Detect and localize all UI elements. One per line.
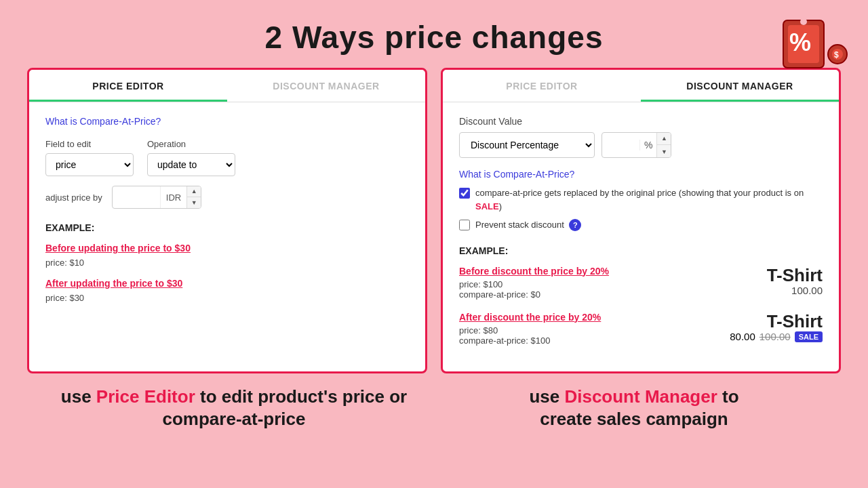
footer-right-text: use Discount Manager tocreate sales camp…	[434, 386, 834, 432]
left-example-after-link[interactable]: After updating the price to $30	[45, 278, 409, 289]
right-before-compare: compare-at-price: $0	[459, 289, 741, 300]
page-title: 2 Ways price changes	[0, 19, 868, 56]
sale-tag: SALE	[795, 331, 823, 342]
footer-discount-manager-highlight: Discount Manager	[564, 386, 717, 407]
discount-input-row: Discount Percentage 20 % ▲ ▼	[459, 132, 823, 158]
checkbox2-label: Prevent stack discount ?	[475, 218, 581, 232]
compare-at-price-link-right[interactable]: What is Compare-At-Price?	[459, 169, 823, 180]
left-example-after-price: price: $30	[45, 293, 84, 303]
discount-spin-up[interactable]: ▲	[657, 132, 671, 145]
tab-discount-manager-left[interactable]: DISCOUNT MANAGER	[227, 70, 425, 102]
tab-price-editor-left[interactable]: PRICE EDITOR	[29, 70, 227, 102]
footer-left-text: use Price Editor to edit product's price…	[34, 386, 434, 432]
right-after-right: T-Shirt 80.00 100.00 SALE	[730, 312, 823, 343]
svg-text:$: $	[834, 50, 839, 60]
discount-spin-down[interactable]: ▼	[657, 145, 671, 158]
right-example-after: After discount the price by 20% price: $…	[459, 312, 823, 346]
after-price-struck: 100.00	[760, 331, 791, 342]
checkbox1-label: compare-at-price gets replaced by the or…	[475, 186, 823, 213]
field-select[interactable]: price	[45, 153, 134, 176]
right-after-price: price: $80	[459, 325, 730, 336]
discount-percent-icon: % $	[773, 7, 848, 90]
right-panel: PRICE EDITOR DISCOUNT MANAGER Discount V…	[441, 68, 841, 373]
checkbox2-row: Prevent stack discount ?	[459, 218, 823, 232]
field-to-edit-group: Field to edit price	[45, 139, 134, 176]
adjust-unit: IDR	[160, 186, 186, 208]
panels-container: PRICE EDITOR DISCOUNT MANAGER What is Co…	[0, 68, 868, 373]
compare-at-price-link-left[interactable]: What is Compare-At-Price?	[45, 116, 409, 127]
before-product-price: 100.00	[741, 285, 823, 296]
right-panel-body: Discount Value Discount Percentage 20 % …	[443, 102, 839, 371]
discount-percent-label: %	[639, 140, 656, 150]
right-example-title: EXAMPLE:	[459, 245, 823, 256]
discount-type-select[interactable]: Discount Percentage	[459, 132, 595, 158]
right-after-left: After discount the price by 20% price: $…	[459, 312, 730, 346]
form-row-fields: Field to edit price Operation update to	[45, 139, 409, 176]
adjust-label: adjust price by	[45, 192, 102, 203]
discount-value-label: Discount Value	[459, 116, 823, 127]
left-panel: PRICE EDITOR DISCOUNT MANAGER What is Co…	[27, 68, 427, 373]
adjust-input-wrap: IDR ▲ ▼	[112, 186, 201, 209]
left-tabs: PRICE EDITOR DISCOUNT MANAGER	[29, 70, 425, 102]
svg-text:%: %	[789, 28, 811, 56]
help-icon[interactable]: ?	[569, 219, 581, 231]
field-label: Field to edit	[45, 139, 134, 149]
checkbox1-row: compare-at-price gets replaced by the or…	[459, 186, 823, 213]
right-after-link[interactable]: After discount the price by 20%	[459, 312, 730, 323]
right-before-right: T-Shirt 100.00	[741, 266, 823, 297]
right-before-price: price: $100	[459, 279, 741, 289]
operation-select[interactable]: update to	[147, 153, 235, 176]
checkbox2[interactable]	[459, 220, 470, 230]
left-example-before: Before updating the price to $30 price: …	[45, 243, 409, 268]
footer-price-editor-highlight: Price Editor	[96, 386, 195, 407]
right-after-compare: compare-at-price: $100	[459, 336, 730, 346]
left-example-title: EXAMPLE:	[45, 222, 409, 233]
tab-price-editor-right[interactable]: PRICE EDITOR	[443, 70, 641, 102]
adjust-spin-up[interactable]: ▲	[187, 186, 201, 197]
before-product-name: T-Shirt	[741, 266, 823, 285]
left-example-before-price: price: $10	[45, 258, 84, 268]
after-product-name: T-Shirt	[730, 312, 823, 331]
footer-right: use Discount Manager tocreate sales camp…	[434, 386, 834, 432]
adjust-spin-down[interactable]: ▼	[187, 197, 201, 209]
operation-group: Operation update to	[147, 139, 235, 176]
adjust-input[interactable]	[113, 192, 160, 203]
discount-spinners: ▲ ▼	[656, 132, 671, 158]
header: 2 Ways price changes	[0, 0, 868, 68]
left-example-after: After updating the price to $30 price: $…	[45, 278, 409, 304]
left-example-section: EXAMPLE: Before updating the price to $3…	[45, 222, 409, 304]
discount-number-input[interactable]: 20	[602, 140, 639, 150]
operation-label: Operation	[147, 139, 235, 149]
left-panel-body: What is Compare-At-Price? Field to edit …	[29, 102, 425, 327]
sale-text: SALE	[475, 201, 499, 211]
svg-point-6	[800, 18, 807, 25]
after-price-normal: 80.00	[730, 331, 755, 342]
footer-left: use Price Editor to edit product's price…	[34, 386, 434, 432]
footer: use Price Editor to edit product's price…	[0, 373, 868, 432]
right-before-link[interactable]: Before discount the price by 20%	[459, 266, 741, 277]
adjust-spinners: ▲ ▼	[186, 186, 201, 209]
right-example-before: Before discount the price by 20% price: …	[459, 266, 823, 300]
right-before-left: Before discount the price by 20% price: …	[459, 266, 741, 300]
discount-select-wrap: Discount Percentage	[459, 132, 595, 158]
checkbox1[interactable]	[459, 188, 470, 199]
adjust-row: adjust price by IDR ▲ ▼	[45, 186, 409, 209]
after-product-price-sale: 80.00 100.00 SALE	[730, 331, 823, 342]
left-example-before-link[interactable]: Before updating the price to $30	[45, 243, 409, 253]
discount-number-wrap: 20 % ▲ ▼	[601, 132, 671, 158]
